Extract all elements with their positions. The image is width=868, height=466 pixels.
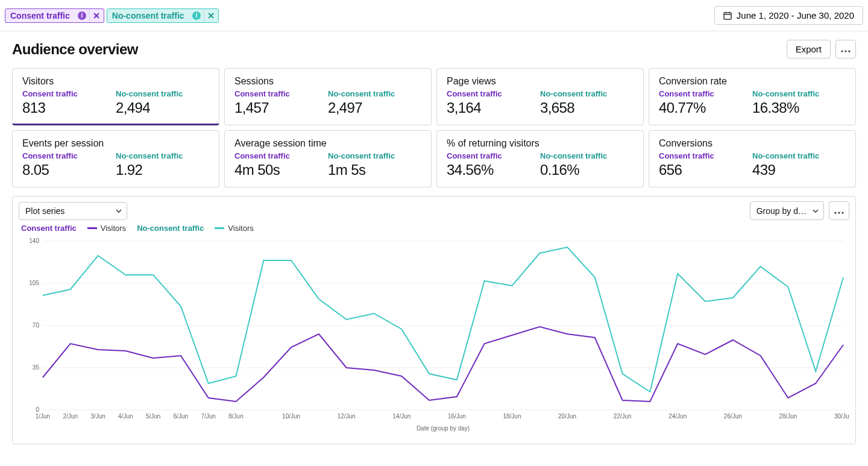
metric-card-average-session-time[interactable]: Average session time Consent traffic 4m …: [224, 130, 432, 187]
metric-card-events-per-session[interactable]: Events per session Consent traffic 8.05 …: [12, 130, 219, 187]
chart-more-button[interactable]: [829, 201, 849, 220]
chart-legend: Consent traffic Visitors No-consent traf…: [19, 224, 849, 233]
more-button[interactable]: [835, 40, 856, 58]
metric-label-consent: Consent traffic: [447, 89, 540, 98]
svg-point-8: [841, 50, 843, 52]
metric-label-noconsent: No-consent traffic: [328, 151, 421, 160]
legend-consent-segment: Consent traffic: [21, 224, 77, 233]
svg-text:12/Jun: 12/Jun: [338, 413, 356, 420]
chevron-down-icon: [813, 209, 819, 213]
metric-value-consent: 3,164: [447, 99, 540, 116]
svg-text:i: i: [81, 12, 83, 19]
page-title: Audience overview: [12, 41, 138, 58]
close-icon[interactable]: [89, 9, 104, 22]
svg-text:16/Jun: 16/Jun: [448, 413, 466, 420]
svg-text:22/Jun: 22/Jun: [614, 413, 632, 420]
metric-value-noconsent: 2,494: [116, 99, 209, 116]
svg-point-12: [838, 212, 840, 213]
calendar-icon: [723, 11, 732, 20]
svg-text:i: i: [195, 12, 197, 19]
info-icon[interactable]: i: [189, 9, 204, 22]
card-title: Page views: [447, 76, 634, 87]
svg-text:0: 0: [36, 406, 39, 413]
card-title: Events per session: [22, 138, 209, 149]
filter-noconsent[interactable]: No-consent traffic i: [107, 8, 219, 23]
svg-point-9: [844, 50, 846, 52]
metric-label-consent: Consent traffic: [659, 89, 752, 98]
svg-text:1/Jun: 1/Jun: [36, 413, 50, 420]
close-icon[interactable]: [204, 9, 218, 22]
info-icon[interactable]: i: [75, 9, 89, 22]
svg-text:4/Jun: 4/Jun: [118, 413, 133, 420]
card-title: Conversion rate: [659, 76, 846, 87]
metric-card-conversion-rate[interactable]: Conversion rate Consent traffic 40.77% N…: [649, 68, 856, 125]
metric-card-page-views[interactable]: Page views Consent traffic 3,164 No-cons…: [436, 68, 644, 125]
filter-consent[interactable]: Consent traffic i: [5, 8, 104, 23]
metric-value-noconsent: 3,658: [540, 99, 634, 116]
svg-text:140: 140: [29, 238, 39, 244]
svg-text:30/Jun: 30/Jun: [834, 413, 849, 420]
svg-text:18/Jun: 18/Jun: [503, 413, 521, 420]
metric-value-noconsent: 16.38%: [752, 99, 846, 116]
svg-text:8/Jun: 8/Jun: [228, 413, 243, 420]
metric-card-sessions[interactable]: Sessions Consent traffic 1,457 No-consen…: [224, 68, 432, 125]
svg-text:20/Jun: 20/Jun: [558, 413, 576, 420]
metric-value-consent: 34.56%: [447, 162, 540, 178]
metric-card-visitors[interactable]: Visitors Consent traffic 813 No-consent …: [12, 68, 219, 125]
svg-text:14/Jun: 14/Jun: [392, 413, 410, 420]
svg-text:2/Jun: 2/Jun: [63, 413, 78, 420]
metric-label-consent: Consent traffic: [22, 89, 116, 98]
metric-label-noconsent: No-consent traffic: [328, 89, 421, 98]
svg-text:Date (group by day): Date (group by day): [417, 425, 470, 432]
filter-consent-label: Consent traffic: [5, 11, 75, 20]
svg-text:28/Jun: 28/Jun: [779, 413, 797, 420]
metric-label-consent: Consent traffic: [22, 151, 116, 160]
visitors-chart: 035701051401/Jun2/Jun3/Jun4/Jun5/Jun6/Ju…: [19, 235, 849, 434]
metric-label-noconsent: No-consent traffic: [540, 151, 634, 160]
svg-text:7/Jun: 7/Jun: [201, 413, 216, 420]
dots-icon: [834, 212, 844, 214]
metric-value-consent: 8.05: [22, 162, 116, 178]
metric-value-consent: 4m 50s: [234, 162, 328, 178]
metric-label-noconsent: No-consent traffic: [116, 89, 209, 98]
metric-label-consent: Consent traffic: [234, 151, 328, 160]
metric-label-consent: Consent traffic: [234, 89, 328, 98]
filter-noconsent-label: No-consent traffic: [107, 11, 189, 20]
svg-text:5/Jun: 5/Jun: [146, 413, 160, 420]
plot-series-select[interactable]: Plot series: [19, 202, 127, 220]
metric-label-noconsent: No-consent traffic: [116, 151, 209, 160]
dots-icon: [841, 50, 851, 52]
metric-label-consent: Consent traffic: [447, 151, 540, 160]
svg-text:105: 105: [29, 280, 39, 286]
metric-value-consent: 656: [659, 162, 752, 178]
card-title: Sessions: [234, 76, 421, 87]
metric-value-noconsent: 2,497: [328, 99, 421, 116]
svg-text:35: 35: [33, 364, 40, 371]
svg-text:70: 70: [33, 322, 40, 329]
metric-label-noconsent: No-consent traffic: [540, 89, 634, 98]
card-title: Average session time: [234, 138, 421, 149]
group-by-select[interactable]: Group by d…: [750, 201, 824, 220]
card-title: Conversions: [659, 138, 846, 149]
metric-label-noconsent: No-consent traffic: [752, 89, 846, 98]
svg-text:26/Jun: 26/Jun: [724, 413, 742, 420]
card-title: Visitors: [22, 76, 209, 87]
date-range-text: June 1, 2020 - June 30, 2020: [737, 10, 854, 20]
legend-swatch-consent: [87, 227, 97, 229]
metric-value-noconsent: 1.92: [116, 162, 209, 178]
export-button[interactable]: Export: [787, 40, 831, 58]
svg-text:24/Jun: 24/Jun: [668, 413, 687, 420]
legend-noconsent-segment: No-consent traffic: [137, 224, 204, 233]
metric-value-consent: 1,457: [234, 99, 328, 116]
svg-point-10: [848, 50, 850, 52]
card-title: % of returning visitors: [447, 138, 634, 149]
metric-value-consent: 40.77%: [659, 99, 752, 116]
svg-text:10/Jun: 10/Jun: [282, 413, 300, 420]
svg-rect-4: [724, 13, 731, 19]
date-range-button[interactable]: June 1, 2020 - June 30, 2020: [714, 6, 863, 25]
svg-text:6/Jun: 6/Jun: [174, 413, 188, 420]
metric-label-noconsent: No-consent traffic: [752, 151, 846, 160]
metric-card-conversions[interactable]: Conversions Consent traffic 656 No-conse…: [649, 130, 856, 187]
metric-card--of-returning-visitors[interactable]: % of returning visitors Consent traffic …: [436, 130, 644, 187]
metric-value-noconsent: 0.16%: [540, 162, 634, 178]
